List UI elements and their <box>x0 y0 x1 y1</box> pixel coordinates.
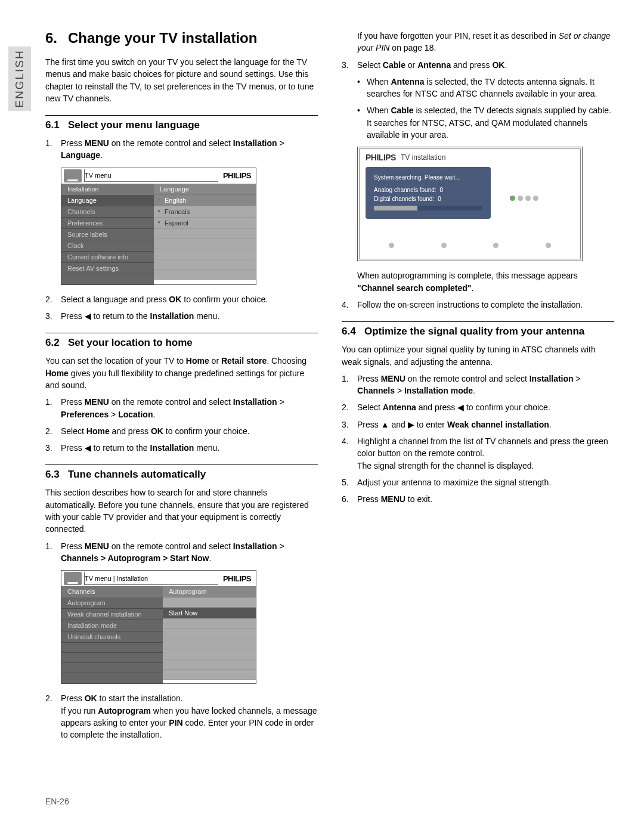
s63-step4: 4.Follow the on-screen instructions to c… <box>342 299 614 311</box>
s64-step2: 2.Select Antenna and press ◀ to confirm … <box>342 401 614 413</box>
s63-step2: 2.Press OK to start the installation.If … <box>45 692 318 741</box>
language-tab-text: ENGLISH <box>13 49 26 107</box>
fig3-progress <box>374 206 482 210</box>
s63-bullet-cable: When Cable is selected, the TV detects s… <box>357 104 614 141</box>
tv-icon <box>64 572 82 585</box>
figure-autoprogram: TV menu | Installation PHILIPS Channels … <box>61 570 256 684</box>
fig2-startnow: Start Now <box>163 608 256 619</box>
section-6-2-heading: 6.2Set your location to home <box>45 333 318 349</box>
fig1-left-6: Reset AV settings <box>61 263 154 274</box>
fig2-brand: PHILIPS <box>218 572 256 586</box>
fig1-left-3: Source labels <box>61 229 154 240</box>
figure-tv-menu-language: TV menu PHILIPS Installation Language Ch… <box>61 168 256 285</box>
fig2-left-header: Channels <box>61 586 163 597</box>
section-6-1-heading: 6.1Select your menu language <box>45 115 318 131</box>
s64-step6: 6.Press MENU to exit. <box>342 493 614 505</box>
s63-step3: 3.Select Cable or Antenna and press OK. <box>342 59 614 71</box>
s61-step3: 3.Press ◀ to return to the Installation … <box>45 310 318 322</box>
chapter-text: Change your TV installation <box>68 30 257 46</box>
chapter-intro: The first time you switch on your TV you… <box>45 56 318 104</box>
s64-intro: You can optimize your signal quality by … <box>342 343 614 368</box>
fig1-left-4: Clock <box>61 240 154 252</box>
s63-caption: When autoprogramming is complete, this m… <box>342 270 614 294</box>
fig1-right-header: Language <box>154 184 256 195</box>
fig1-left-header: Installation <box>61 184 154 195</box>
s61-step1: 1.Press MENU on the remote control and s… <box>45 137 318 162</box>
fig2-crumb: TV menu | Installation <box>84 572 218 585</box>
s62-step1: 1.Press MENU on the remote control and s… <box>45 396 318 420</box>
chapter-num: 6. <box>45 30 68 47</box>
s63-bullet-antenna: When Antenna is selected, the TV detects… <box>357 76 614 100</box>
s62-step3: 3.Press ◀ to return to the Installation … <box>45 442 318 454</box>
s62-intro: You can set the location of your TV to H… <box>45 355 318 391</box>
tv-icon <box>64 169 82 182</box>
section-6-3-heading: 6.3Tune channels automatically <box>45 465 318 481</box>
s64-step4: 4.Highlight a channel from the list of T… <box>342 435 614 472</box>
fig1-brand: PHILIPS <box>218 169 256 182</box>
s64-step5: 5.Adjust your antenna to maximize the si… <box>342 476 614 488</box>
s61-step2: 2.Select a language and press OK to conf… <box>45 293 318 305</box>
section-num: 6.1 <box>45 119 68 131</box>
section-6-4-heading: 6.4Optimize the signal quality from your… <box>342 321 614 337</box>
fig3-brand: PHILIPS <box>366 153 396 162</box>
s64-step1: 1.Press MENU on the remote control and s… <box>342 373 614 397</box>
language-tab: ENGLISH <box>8 47 31 111</box>
figure-channel-search: PHILIPSTV installation System searching.… <box>357 147 583 261</box>
fig3-title: TV installation <box>401 153 445 162</box>
fig3-searching: System searching. Please wait... <box>374 174 482 181</box>
fig1-right-0: English <box>154 195 256 206</box>
section-title: Select your menu language <box>68 119 200 131</box>
s63-step1: 1.Press MENU on the remote control and s… <box>45 540 318 565</box>
chapter-title: 6.Change your TV installation <box>45 30 318 47</box>
s62-step2: 2.Select Home and press OK to confirm yo… <box>45 425 318 437</box>
s64-step3: 3.Press ▲ and ▶ to enter Weak channel in… <box>342 419 614 431</box>
fig1-left-0: Language <box>61 195 154 206</box>
s63-pin-note: If you have forgotten your PIN, reset it… <box>342 30 614 54</box>
fig1-right-2: Espanol <box>154 218 256 229</box>
fig3-color-dots <box>510 196 538 201</box>
fig1-left-2: Preferences <box>61 218 154 229</box>
fig3-bottom-dots <box>366 243 574 248</box>
fig1-left-1: Channels <box>61 206 154 218</box>
page-number: EN-26 <box>45 797 69 806</box>
s63-intro: This section describes how to search for… <box>45 487 318 535</box>
fig1-crumb: TV menu <box>84 169 218 182</box>
fig1-left-5: Current software info <box>61 252 154 263</box>
fig2-right-header: Autoprogram <box>163 586 256 597</box>
fig1-right-1: Francais <box>154 206 256 218</box>
